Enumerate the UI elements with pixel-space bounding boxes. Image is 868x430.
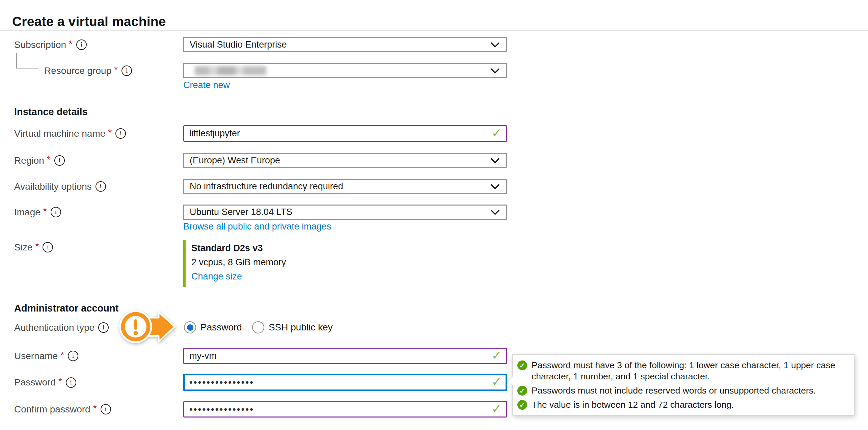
username-field: ✓	[183, 348, 507, 364]
valid-check-icon: ✓	[491, 127, 502, 139]
availability-value: No infrastructure redundancy required	[190, 181, 343, 192]
required-asterisk: *	[108, 127, 112, 138]
info-icon[interactable]: i	[121, 65, 132, 76]
auth-type-label: Authentication type	[14, 322, 94, 333]
availability-label-row: Availability options i	[14, 179, 106, 194]
subscription-dropdown[interactable]: Visual Studio Enterprise	[183, 37, 507, 52]
tooltip-rule-row: ✓ Passwords must not include reserved wo…	[517, 385, 849, 396]
check-circle-icon: ✓	[517, 400, 527, 410]
chevron-down-icon	[491, 207, 499, 217]
chevron-down-icon	[491, 155, 499, 166]
region-value: (Europe) West Europe	[190, 155, 280, 166]
info-icon[interactable]: i	[98, 322, 109, 333]
check-circle-icon: ✓	[517, 360, 527, 370]
info-icon[interactable]: i	[66, 377, 76, 388]
availability-label: Availability options	[14, 181, 92, 192]
tooltip-rule-row: ✓ Password must have 3 of the following:…	[517, 360, 849, 382]
radio-password-label: Password	[200, 322, 242, 333]
resource-group-dropdown[interactable]	[183, 63, 507, 78]
subscription-label: Subscription	[14, 39, 66, 50]
image-label: Image	[14, 207, 40, 218]
check-circle-icon: ✓	[517, 386, 527, 396]
size-label: Size	[14, 242, 32, 253]
tooltip-rule-row: ✓ The value is in between 12 and 72 char…	[517, 399, 849, 410]
create-new-link[interactable]: Create new	[183, 80, 230, 90]
auth-type-radio-group: Password SSH public key	[184, 321, 333, 333]
password-input[interactable]	[183, 374, 507, 391]
confirm-password-label-row: Confirm password * i	[14, 401, 111, 418]
username-input[interactable]	[183, 348, 507, 364]
radio-selected-icon	[184, 321, 196, 333]
required-asterisk: *	[93, 403, 97, 414]
required-asterisk: *	[60, 350, 64, 360]
required-asterisk: *	[69, 38, 73, 49]
info-icon[interactable]: i	[54, 155, 65, 166]
info-icon[interactable]: i	[76, 39, 87, 50]
valid-check-icon: ✓	[491, 376, 502, 388]
change-size-link[interactable]: Change size	[191, 269, 242, 284]
vm-name-input[interactable]	[183, 125, 507, 142]
resource-group-redacted-value	[195, 66, 266, 75]
browse-images-link[interactable]: Browse all public and private images	[183, 221, 331, 232]
image-label-row: Image * i	[14, 205, 61, 220]
tree-connector-vertical	[16, 53, 17, 69]
password-label-row: Password * i	[14, 374, 76, 391]
info-icon[interactable]: i	[115, 128, 126, 139]
required-asterisk: *	[35, 241, 39, 252]
tree-connector-horizontal	[16, 68, 38, 69]
chevron-down-icon	[491, 181, 499, 192]
radio-unselected-icon	[252, 321, 264, 333]
tooltip-rule-text: The value is in between 12 and 72 charac…	[532, 399, 734, 410]
region-label: Region	[14, 155, 44, 166]
tooltip-caret	[508, 376, 517, 385]
required-asterisk: *	[43, 206, 47, 217]
header-divider	[0, 30, 868, 31]
info-icon[interactable]: i	[96, 181, 106, 192]
image-dropdown[interactable]: Ubuntu Server 18.04 LTS	[183, 205, 507, 220]
auth-type-label-row: Authentication type i	[14, 320, 109, 335]
radio-password[interactable]: Password	[184, 321, 242, 333]
image-value: Ubuntu Server 18.04 LTS	[190, 207, 292, 217]
vm-name-label: Virtual machine name	[14, 128, 105, 139]
confirm-password-label: Confirm password	[14, 404, 90, 415]
password-rules-tooltip: ✓ Password must have 3 of the following:…	[512, 354, 855, 415]
region-dropdown[interactable]: (Europe) West Europe	[183, 153, 507, 168]
subscription-label-row: Subscription * i	[14, 37, 87, 52]
page-title: Create a virtual machine	[12, 14, 166, 29]
radio-ssh-public-key[interactable]: SSH public key	[252, 321, 333, 333]
confirm-password-input[interactable]	[183, 401, 507, 418]
username-label: Username	[14, 351, 58, 361]
required-asterisk: *	[58, 376, 62, 387]
username-label-row: Username * i	[14, 348, 78, 364]
size-name: Standard D2s v3	[191, 241, 428, 255]
resource-group-label-row: Resource group * i	[44, 63, 132, 78]
subscription-value: Visual Studio Enterprise	[190, 39, 287, 50]
administrator-account-header: Administrator account	[14, 303, 118, 314]
tooltip-rule-text: Password must have 3 of the following: 1…	[532, 360, 849, 382]
vm-name-label-row: Virtual machine name * i	[14, 125, 126, 142]
valid-check-icon: ✓	[491, 403, 502, 415]
region-label-row: Region * i	[14, 153, 65, 168]
required-asterisk: *	[47, 154, 51, 165]
size-summary-block: Standard D2s v3 2 vcpus, 8 GiB memory Ch…	[183, 240, 428, 287]
radio-ssh-label: SSH public key	[269, 322, 333, 333]
password-label: Password	[14, 377, 56, 388]
instance-details-header: Instance details	[14, 106, 88, 117]
chevron-down-icon	[491, 65, 499, 76]
resource-group-label: Resource group	[44, 65, 111, 76]
valid-check-icon: ✓	[491, 349, 502, 362]
warning-pointer-icon	[119, 308, 177, 345]
tooltip-rule-text: Passwords must not include reserved word…	[532, 385, 816, 396]
size-label-row: Size * i	[14, 240, 53, 255]
size-specs: 2 vcpus, 8 GiB memory	[191, 255, 428, 269]
info-icon[interactable]: i	[43, 242, 53, 252]
info-icon[interactable]: i	[101, 404, 111, 414]
password-field: ✓	[183, 374, 507, 391]
info-icon[interactable]: i	[68, 351, 78, 361]
confirm-password-field: ✓	[183, 401, 507, 418]
vm-name-field: ✓	[183, 125, 507, 142]
info-icon[interactable]: i	[51, 207, 61, 217]
chevron-down-icon	[491, 39, 499, 50]
required-asterisk: *	[114, 64, 118, 75]
availability-dropdown[interactable]: No infrastructure redundancy required	[183, 179, 507, 194]
